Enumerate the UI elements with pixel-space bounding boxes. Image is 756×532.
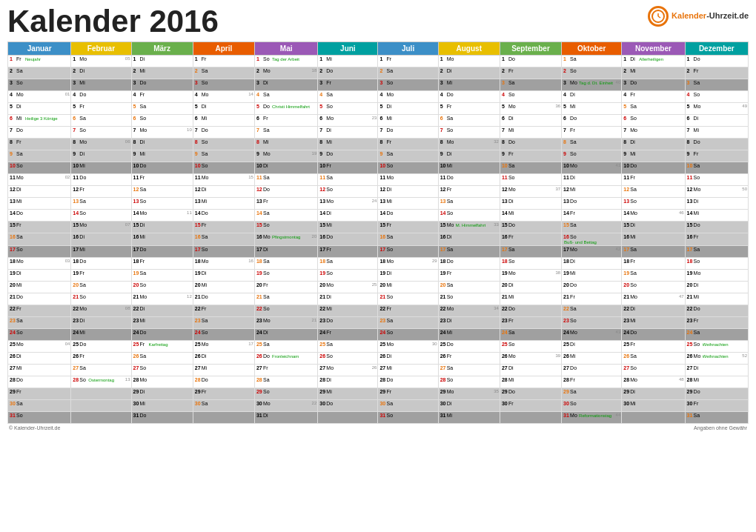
table-row: 5Di 5Fr 5Sa 5Di 5DoChristi Himmelfahrt 5…	[8, 103, 749, 115]
month-august: August	[438, 42, 500, 56]
table-row: 12Di 12Fr 12Sa 12Di 12Do 12So 12Di 12Fr …	[8, 186, 749, 198]
table-row: 13Mi 13Sa 13So 13Mi 13Fr 13Mo24 13Mi 13S…	[8, 198, 749, 210]
table-row: 21Do 21So 21Mo12 21Do 21Sa 21Di 21So 21S…	[8, 293, 749, 305]
header: Kalender 2016 Kalender-Uhrzeit.de	[7, 6, 749, 37]
table-row: 17So 17Mi 17Do 17So 17Di 17Fr 17So 17Sa …	[8, 246, 749, 258]
month-november: November	[622, 42, 685, 56]
table-row: 28Do 28SoOstermontag13 28Mo 28Do 28Sa 28…	[8, 376, 749, 388]
table-row: 15Fr 15Mo07 15Di 15Fr 15So 15Mi 15Fr 15M…	[8, 222, 749, 233]
table-row: 24So 24Mi 24Do 24So 24Di 24Fr 24So 24Mi …	[8, 329, 749, 341]
month-juli: Juli	[378, 42, 438, 56]
month-marz: März	[131, 42, 193, 56]
month-dezember: Dezember	[685, 42, 748, 56]
month-september: September	[500, 42, 561, 56]
table-row: 20Mi 20Sa 20So 20Mi 20Fr 20Mo25 20Mi 20S…	[8, 282, 749, 293]
table-row: 31So 31Do 31Di 31So 31Mi 31MoReformation…	[8, 412, 749, 424]
table-row: 6MiHeilige 3 Könige 6Sa 6So 6Mi 6Fr 6Mo2…	[8, 115, 749, 127]
table-row: 16Sa 16Di 16Mi 16Sa 16MoPfingstmontag20 …	[8, 233, 749, 246]
table-row: 4Mo01 4Do 4Fr 4Mo14 4Sa 4Sa 4Mo 4Do 4So …	[8, 91, 749, 103]
table-row: 18Mo03 18Do 18Fr 18Mo16 18Sa 18Sa 18Mo29…	[8, 258, 749, 270]
table-row: 2Sa 2Di 2Mi 2Sa 2Mo18 2Do 2Sa 2Di 2Fr 2S…	[8, 67, 749, 79]
table-row: 7Do 7So 7Mo10 7Do 7Sa 7Di 7Do 7So 7Mi 7F…	[8, 127, 749, 139]
table-row: 29Fr 29Di 29Fr 29So 29Mi 29Fr 29Mo35 29D…	[8, 388, 749, 400]
table-row: 14Do 14So 14Mo11 14Do 14Sa 14Di 14Do 14S…	[8, 210, 749, 222]
table-row: 11Mo02 11Do 11Fr 11Mo15 11Sa 11Sa 11Mo 1…	[8, 174, 749, 186]
table-row: 3So 3Mi 3Do 3So 3Di 3Fr 3So 3Mi 3Sa 3MoT…	[8, 79, 749, 91]
page-title: Kalender 2016	[7, 6, 219, 37]
month-header-row: Januar Februar März April Mai Juni Juli …	[8, 42, 749, 56]
month-oktober: Oktober	[562, 42, 622, 56]
month-februar: Februar	[71, 42, 131, 56]
table-row: 9Sa 9Di 9Mi 9Sa 9Mo19 9Do 9Sa 9Di 9Fr 9S…	[8, 150, 749, 162]
table-row: 22Fr 22Mo08 22Di 22Fr 22So 22Mi 22Fr 22M…	[8, 305, 749, 317]
month-januar: Januar	[8, 42, 71, 56]
month-april: April	[193, 42, 254, 56]
table-row: 27Mi 27Sa 27So 27Mi 27Fr 27Mo26 27Mi 27S…	[8, 365, 749, 376]
svg-line-2	[658, 16, 660, 18]
table-row: 25Mo04 25Do 25FrKarfreitag 25Mo17 25Sa 2…	[8, 341, 749, 353]
footer-copyright: © Kalender-Uhrzeit.de	[9, 425, 60, 430]
footer-disclaimer: Angaben ohne Gewähr	[694, 425, 747, 430]
footer: © Kalender-Uhrzeit.de Angaben ohne Gewäh…	[7, 425, 749, 430]
month-juni: Juni	[318, 42, 378, 56]
table-row: 8Fr 8Mo06 8Di 8So 8Mi 8Mi 8Fr 8Mo32 8Do …	[8, 139, 749, 150]
table-row: 1FrNeujahr 1Mo05 1Di 1Fr 1SoTag der Arbe…	[8, 56, 749, 67]
table-row: 30Sa 30Mi 30Sa 30Mo22 30Do 30Sa 30Di 30F…	[8, 400, 749, 412]
calendar-body: 1FrNeujahr 1Mo05 1Di 1Fr 1SoTag der Arbe…	[8, 56, 749, 424]
table-row: 23Sa 23Di 23Mi 23Sa 23Mo21 23Do 23Sa 23D…	[8, 317, 749, 329]
calendar-page: Kalender 2016 Kalender-Uhrzeit.de	[0, 0, 756, 532]
table-row: 10So 10Mi 10Do 10So 10Di 10Fr 10So 10Mi …	[8, 162, 749, 174]
calendar-table: Januar Februar März April Mai Juni Juli …	[7, 41, 749, 424]
logo: Kalender-Uhrzeit.de	[648, 6, 749, 27]
table-row: 26Di 26Fr 26Sa 26Di 26DoFronleichnam 26S…	[8, 353, 749, 365]
table-row: 19Di 19Fr 19Sa 19Di 19So 19So 19Di 19Fr …	[8, 270, 749, 282]
logo-text: Kalender-Uhrzeit.de	[672, 11, 749, 21]
month-mai: Mai	[254, 42, 317, 56]
logo-icon	[648, 6, 669, 27]
